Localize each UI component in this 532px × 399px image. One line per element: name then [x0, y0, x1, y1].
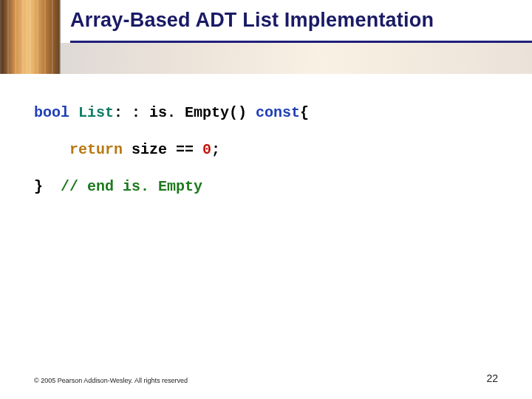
slide: Array-Based ADT List Implementation bool… — [0, 0, 532, 399]
slide-title: Array-Based ADT List Implementation — [70, 9, 520, 32]
slide-footer: © 2005 Pearson Addison-Wesley. All right… — [34, 372, 498, 384]
code-semicolon: ; — [211, 141, 220, 158]
code-scope: : : — [114, 104, 149, 121]
slide-body: bool List: : is. Empty() const{ return s… — [0, 103, 532, 399]
header-gradient-strip — [61, 43, 532, 74]
slide-header: Array-Based ADT List Implementation — [0, 0, 532, 74]
copyright-text: © 2005 Pearson Addison-Wesley. All right… — [34, 377, 188, 384]
code-brace-close: } — [34, 178, 43, 195]
code-keyword-bool: bool — [34, 104, 78, 121]
code-keyword-const: const — [256, 104, 300, 121]
code-indent — [34, 141, 69, 158]
code-number-zero: 0 — [202, 141, 211, 158]
code-expr: size == — [132, 141, 202, 158]
code-comment: // end is. Empty — [61, 178, 202, 195]
code-method: is. Empty() — [149, 104, 256, 121]
page-number: 22 — [486, 372, 498, 384]
code-brace-open: { — [300, 104, 309, 121]
code-gap — [43, 178, 61, 195]
header-decor-icon — [0, 0, 61, 74]
code-type: List — [78, 104, 114, 121]
code-keyword-return: return — [69, 141, 132, 158]
code-block: bool List: : is. Empty() const{ return s… — [34, 103, 498, 196]
